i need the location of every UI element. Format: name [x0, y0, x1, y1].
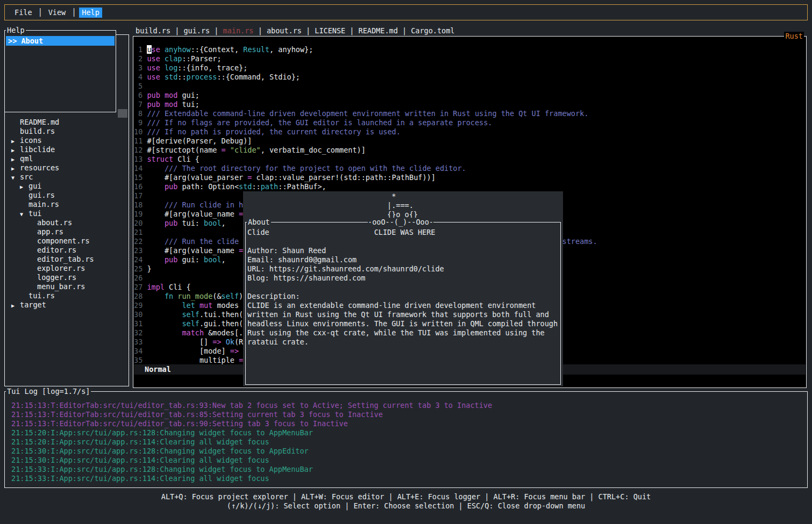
tree-item-label: logger.rs	[37, 273, 76, 282]
tree-item-app-rs[interactable]: app.rs	[5, 227, 128, 236]
code-token: ::	[177, 73, 186, 81]
tab-cargo.toml[interactable]: Cargo.toml	[411, 26, 454, 35]
code-token	[147, 219, 165, 227]
tree-item-libclide[interactable]: ▶libclide	[5, 145, 128, 154]
code-token: impl	[147, 283, 165, 291]
tui-log-title: Tui Log [log=1.7/s]	[6, 387, 91, 396]
chevron-down-icon[interactable]: ▼	[20, 210, 29, 219]
chevron-right-icon[interactable]: ▶	[11, 301, 20, 310]
code-line-8[interactable]: 8/// Extendable command-line driven deve…	[134, 109, 806, 118]
tab-gui.rs[interactable]: gui.rs	[183, 26, 210, 35]
editor-tab-bar: build.rs | gui.rs | main.rs | about.rs |…	[136, 26, 454, 35]
code-token	[147, 237, 165, 246]
code-token: ,	[222, 219, 226, 227]
tree-item-explorer-rs[interactable]: explorer.rs	[5, 264, 128, 273]
menu-item-file[interactable]: File	[12, 8, 35, 18]
tree-item-editor-tab-rs[interactable]: editor_tab.rs	[5, 255, 128, 264]
code-line-1[interactable]: 1use anyhow::{Context, Result, anyhow};	[134, 45, 806, 54]
log-entry-info: 21:15:30:I:App:src/tui/app.rs:128:Changi…	[11, 447, 805, 456]
line-number: 1	[134, 45, 143, 54]
chevron-down-icon[interactable]: ▼	[11, 173, 20, 182]
code-line-15[interactable]: 15 #[arg(value_parser = clap::value_pars…	[134, 173, 806, 182]
tab-license[interactable]: LICENSE	[315, 26, 345, 35]
code-line-10[interactable]: 10/// If no path is provided, the curren…	[134, 127, 806, 137]
code-line-12[interactable]: 12#[structopt(name = "clide", verbatim_d…	[134, 146, 806, 155]
tree-item-menu-bar-rs[interactable]: menu_bar.rs	[5, 282, 128, 291]
tree-item-target[interactable]: ▶target	[5, 300, 128, 310]
tree-item-gui[interactable]: ▶gui	[5, 182, 128, 191]
code-token: =	[222, 146, 226, 154]
tree-item-about-rs[interactable]: about.rs	[5, 218, 128, 227]
code-token: use	[147, 73, 160, 81]
code-line-7[interactable]: 7pub mod tui;	[134, 100, 806, 109]
code-token	[222, 338, 226, 346]
line-number: 12	[134, 146, 143, 155]
code-token: path: Option<	[177, 182, 239, 191]
tab-main.rs[interactable]: main.rs	[223, 26, 254, 35]
code-token: , anyhow};	[269, 45, 313, 54]
tree-item-readme-md[interactable]: README.md	[5, 118, 128, 127]
code-line-5[interactable]: 5	[134, 82, 806, 91]
tree-item-icons[interactable]: ▶icons	[5, 136, 128, 145]
code-token	[147, 328, 182, 337]
tree-item-resources[interactable]: ▶resources	[5, 163, 128, 173]
tree-item-src[interactable]: ▼src	[5, 173, 128, 182]
code-line-11[interactable]: 11#[derive(Parser, Debug)]	[134, 137, 806, 146]
tree-item-build-rs[interactable]: build.rs	[5, 127, 128, 136]
tree-item-logger-rs[interactable]: logger.rs	[5, 273, 128, 282]
code-line-9[interactable]: 9/// If no flags are provided, the GUI e…	[134, 118, 806, 127]
code-line-3[interactable]: 3use log::{info, trace};	[134, 63, 806, 73]
line-number: 29	[134, 301, 143, 310]
chevron-right-icon[interactable]: ▶	[11, 137, 20, 146]
code-token: ::PathBuf>,	[278, 182, 326, 191]
tab-about.rs[interactable]: about.rs	[267, 26, 302, 35]
tree-item-editor-rs[interactable]: editor.rs	[5, 246, 128, 255]
chevron-right-icon[interactable]: ▶	[20, 182, 29, 191]
code-token: tui;	[177, 100, 200, 109]
scrollbar-thumb[interactable]	[118, 109, 127, 118]
menu-item-help[interactable]: Help	[79, 8, 102, 18]
code-token: pub mod	[147, 100, 177, 109]
code-line-14[interactable]: 14 /// The root directory for the projec…	[134, 164, 806, 173]
code-token: bool	[204, 219, 222, 227]
code-token: multiple	[147, 356, 239, 364]
tab-separator: |	[398, 26, 411, 35]
ascii-art-border-segment: -ooO--(_)--Ooo-	[368, 218, 433, 227]
code-token: gui;	[177, 91, 200, 99]
tab-build.rs[interactable]: build.rs	[136, 26, 170, 35]
tree-item-label: main.rs	[29, 200, 59, 209]
code-line-13[interactable]: 13struct Cli {	[134, 155, 806, 164]
code-token: Ok	[226, 338, 234, 346]
tree-item-tui[interactable]: ▼tui	[5, 209, 128, 218]
tree-item-main-rs[interactable]: main.rs	[5, 200, 128, 209]
code-token: log	[165, 63, 177, 72]
ascii-art: * |.===. {}o o{}	[247, 192, 418, 219]
line-number: 13	[134, 155, 143, 164]
code-line-16[interactable]: 16 pub path: Option<std::path::PathBuf>,	[134, 182, 806, 191]
tree-item-qml[interactable]: ▶qml	[5, 154, 128, 163]
tree-item-tui-rs[interactable]: tui.rs	[5, 291, 128, 300]
tab-readme.md[interactable]: README.md	[359, 26, 398, 35]
line-number: 35	[134, 356, 143, 365]
code-token: anyhow	[165, 45, 191, 54]
chevron-right-icon[interactable]: ▶	[11, 155, 20, 164]
line-number: 16	[134, 182, 143, 191]
code-line-2[interactable]: 2use clap::Parser;	[134, 54, 806, 63]
tree-item-gui-rs[interactable]: gui.rs	[5, 191, 128, 200]
menu-bar: File│View│Help	[4, 4, 808, 20]
chevron-right-icon[interactable]: ▶	[11, 164, 20, 173]
code-token: clap	[165, 54, 182, 63]
code-token: let	[182, 301, 195, 310]
tree-item-label: component.rs	[37, 236, 90, 245]
menu-item-view[interactable]: View	[46, 8, 69, 18]
line-number: 33	[134, 338, 143, 347]
code-line-6[interactable]: 6pub mod gui;	[134, 91, 806, 100]
line-number: 9	[134, 118, 143, 127]
tree-item-label: gui.rs	[29, 191, 55, 199]
tree-item-component-rs[interactable]: component.rs	[5, 236, 128, 246]
chevron-right-icon[interactable]: ▶	[11, 146, 20, 155]
dropdown-item-about[interactable]: >> About	[6, 36, 115, 46]
code-line-4[interactable]: 4use std::process::{Command, Stdio};	[134, 73, 806, 82]
line-number: 10	[134, 127, 143, 137]
code-token: tui:	[177, 219, 204, 227]
